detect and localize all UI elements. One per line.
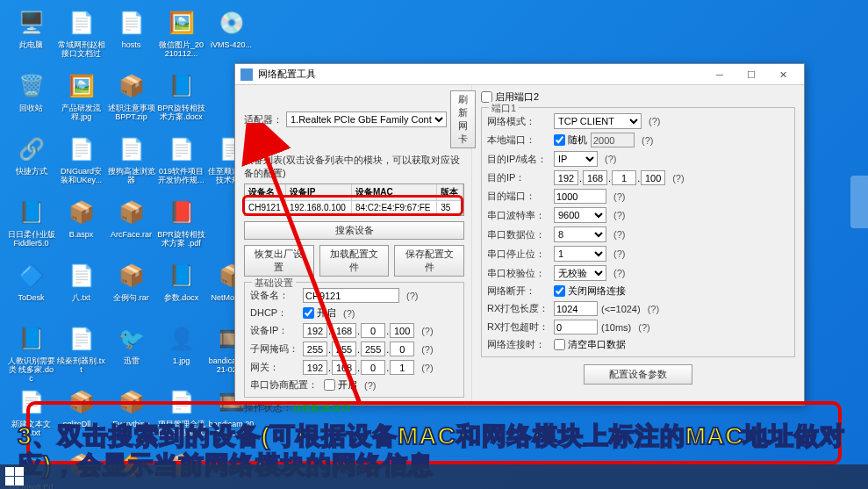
file-icon: 📦 bbox=[66, 197, 97, 228]
dest-ip-input[interactable]: ... bbox=[554, 170, 665, 185]
basic-settings: 基础设置 设备名：(?) DHCP：开启(?) 设备IP：...(?) 子网掩码… bbox=[244, 282, 464, 398]
local-port-input bbox=[591, 133, 635, 147]
right-panel: 启用端口2 端口1 网络模式：TCP CLIENT(?) 本地端口：随机(?) … bbox=[472, 85, 804, 405]
stopbits-select[interactable]: 1 bbox=[554, 246, 606, 262]
desktop-icon[interactable]: 📄hosts bbox=[107, 7, 155, 67]
subnet-input[interactable]: ... bbox=[303, 342, 414, 356]
file-icon: 🔷 bbox=[16, 260, 47, 291]
restore-button[interactable]: 恢复出厂设置 bbox=[244, 245, 314, 277]
maximize-button[interactable]: ☐ bbox=[735, 65, 767, 84]
desktop-icon[interactable]: 📦全例句.rar bbox=[107, 260, 155, 320]
file-icon: 💿 bbox=[216, 7, 247, 39]
desktop-icon[interactable]: 📘BPR旋转相技术方案.docx bbox=[157, 70, 205, 130]
desktop-icon[interactable]: 🖼️微信图片_20210112... bbox=[157, 7, 205, 67]
app-icon bbox=[240, 68, 253, 81]
desktop-icon[interactable]: 🐦迅雷 bbox=[107, 323, 155, 383]
device-list-hint: 设备列表(双击设备列表中的模块，可以获取对应设备的配置) bbox=[244, 154, 464, 180]
file-icon: 🗑️ bbox=[16, 70, 47, 102]
file-icon: 📦 bbox=[116, 260, 147, 291]
file-icon: 🖼️ bbox=[166, 7, 197, 39]
random-port-checkbox[interactable]: 随机 bbox=[554, 133, 587, 147]
start-button[interactable] bbox=[5, 467, 25, 486]
dest-port-input[interactable] bbox=[554, 189, 606, 204]
port1-settings: 端口1 网络模式：TCP CLIENT(?) 本地端口：随机(?) 目的IP/域… bbox=[481, 107, 795, 357]
save-config-button[interactable]: 保存配置文件 bbox=[394, 245, 464, 277]
device-ip-input[interactable]: ... bbox=[303, 323, 414, 338]
file-icon: 🖥️ bbox=[16, 7, 47, 39]
desktop-icon[interactable]: 📘参数.docx bbox=[157, 260, 205, 320]
rx-pkt-input[interactable] bbox=[554, 301, 598, 316]
file-icon: 🔗 bbox=[16, 133, 47, 165]
search-device-button[interactable]: 搜索设备 bbox=[244, 221, 464, 240]
desktop-icon[interactable]: 📄搜狗高速浏览器 bbox=[107, 133, 155, 193]
desktop-icon[interactable]: 💿iVMS-420... bbox=[207, 7, 255, 67]
desktop-icon[interactable]: 📘人教识别需要类 线多家.doc bbox=[7, 323, 55, 383]
net-mode-select[interactable]: TCP CLIENT bbox=[554, 113, 642, 129]
file-icon: 📄 bbox=[116, 133, 147, 165]
close-button[interactable]: ✕ bbox=[767, 65, 799, 84]
reconnect-checkbox[interactable]: 清空串口数据 bbox=[554, 338, 626, 351]
desktop-icon[interactable]: 🗑️回收站 bbox=[7, 70, 55, 130]
file-icon: 📄 bbox=[66, 7, 97, 39]
config-window: 网络配置工具 ─ ☐ ✕ 适配器： 1.Realtek PCIe GbE Fam… bbox=[234, 63, 805, 406]
desktop-icon[interactable]: 🖼️产品研发流程.jpg bbox=[57, 70, 105, 130]
device-table: 设备名设备IP设备MAC版本 CH9121192.168.0.10084:C2:… bbox=[244, 183, 464, 216]
desktop-icon[interactable]: 📄019软件项目开发协作规... bbox=[157, 133, 205, 193]
left-panel: 适配器： 1.Realtek PCIe GbE Family Cont 刷新网卡… bbox=[235, 85, 472, 405]
file-icon: 📄 bbox=[66, 133, 97, 165]
file-icon: 📄 bbox=[66, 260, 97, 291]
desktop-icon[interactable]: 📄常域网刑赵相接口文档过 bbox=[57, 7, 105, 67]
file-icon: 📕 bbox=[166, 197, 197, 228]
file-icon: 📄 bbox=[116, 7, 147, 39]
file-icon: 📄 bbox=[66, 323, 97, 355]
desktop-icon[interactable]: 📕BPR旋转相技术方案 .pdf bbox=[157, 197, 205, 256]
desktop-icon[interactable]: 🔗快捷方式 bbox=[7, 133, 55, 193]
serial-neg-checkbox[interactable]: 开启 bbox=[324, 378, 357, 392]
device-name-input[interactable] bbox=[303, 288, 399, 303]
dest-type-select[interactable]: IP bbox=[554, 151, 598, 167]
file-icon: 🖼️ bbox=[66, 70, 97, 102]
dhcp-checkbox[interactable]: 开启 bbox=[303, 306, 336, 320]
desktop-icon[interactable]: 🖥️此电脑 bbox=[7, 7, 55, 67]
disconnect-checkbox[interactable]: 关闭网络连接 bbox=[554, 284, 626, 298]
parity-select[interactable]: 无校验 bbox=[554, 265, 606, 281]
file-icon: 📘 bbox=[166, 70, 197, 102]
desktop-icon[interactable]: 👤1.jpg bbox=[157, 323, 205, 383]
desktop-icon[interactable]: 📘日日柔仆业版 Fiddler5.0 bbox=[7, 197, 55, 256]
config-device-button[interactable]: 配置设备参数 bbox=[584, 364, 692, 385]
help-icon[interactable]: (?) bbox=[406, 291, 418, 301]
taskbar[interactable] bbox=[0, 464, 868, 489]
table-row[interactable]: CH9121192.168.0.10084:C2:E4:F9:67:FE35 bbox=[245, 201, 463, 215]
databits-select[interactable]: 8 bbox=[554, 227, 606, 242]
file-icon: 📘 bbox=[16, 197, 47, 228]
window-title: 网络配置工具 bbox=[258, 68, 704, 81]
desktop-icon[interactable]: 📄续秦刑器别.txt bbox=[57, 323, 105, 383]
notification-sidebar[interactable] bbox=[850, 176, 868, 228]
desktop-icon[interactable]: 📦ArcFace.rar bbox=[107, 197, 155, 256]
desktop-icon[interactable]: 🔷ToDesk bbox=[7, 260, 55, 320]
file-icon: 📦 bbox=[116, 70, 147, 102]
titlebar[interactable]: 网络配置工具 ─ ☐ ✕ bbox=[235, 64, 804, 85]
rx-timeout-input[interactable] bbox=[554, 320, 598, 334]
desktop-icon[interactable]: 📦述职注意事项BPPT.zip bbox=[107, 70, 155, 130]
adapter-label: 适配器： bbox=[244, 113, 283, 126]
adapter-select[interactable]: 1.Realtek PCIe GbE Family Cont bbox=[286, 111, 447, 127]
desktop-icon[interactable]: 📄八.txt bbox=[57, 260, 105, 320]
baud-select[interactable]: 9600 bbox=[554, 207, 606, 223]
desktop-icon[interactable]: 📦B.aspx bbox=[57, 197, 105, 256]
minimize-button[interactable]: ─ bbox=[704, 65, 735, 84]
file-icon: 📘 bbox=[166, 260, 197, 291]
file-icon: 👤 bbox=[166, 323, 197, 355]
desktop-icon[interactable]: 📄DNGuard安装和UKey... bbox=[57, 133, 105, 193]
file-icon: 📄 bbox=[166, 133, 197, 165]
help-icon[interactable]: (?) bbox=[343, 308, 355, 319]
file-icon: 📘 bbox=[16, 323, 47, 355]
gateway-input[interactable]: ... bbox=[303, 360, 414, 375]
file-icon: 📦 bbox=[116, 197, 147, 228]
load-config-button[interactable]: 加载配置文件 bbox=[319, 245, 390, 277]
file-icon: 🐦 bbox=[116, 323, 147, 355]
